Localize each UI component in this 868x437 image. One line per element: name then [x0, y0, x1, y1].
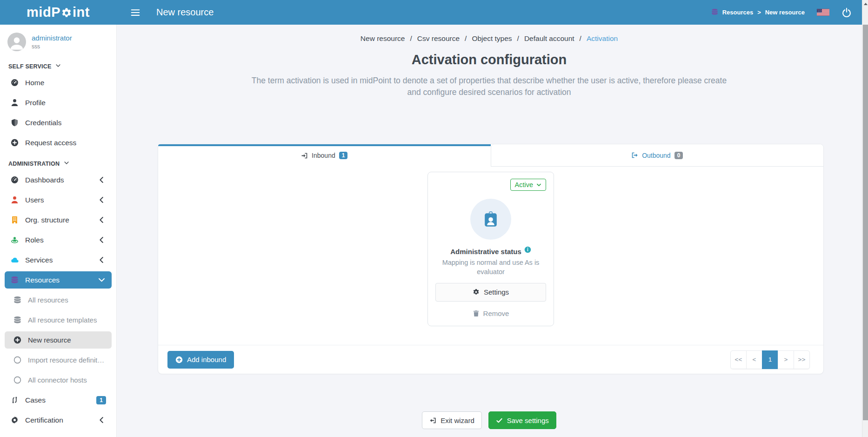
sidebar-item-label: Request access — [25, 139, 76, 147]
pagination-next-button[interactable]: > — [778, 350, 794, 369]
tab-outbound[interactable]: Outbound0 — [491, 144, 824, 167]
sidebar-item-all-connector-hosts[interactable]: All connector hosts — [5, 371, 112, 389]
topbar-breadcrumb: Resources>New resource — [711, 8, 805, 17]
pagination-last-button[interactable]: >> — [794, 350, 810, 369]
exit-wizard-label: Exit wizard — [441, 417, 474, 424]
pagination-previous-button[interactable]: < — [746, 350, 762, 369]
logo-text-post: int — [73, 5, 90, 20]
user-panel[interactable]: administrator sss — [0, 25, 116, 56]
sidebar-item-services[interactable]: Services — [5, 251, 112, 269]
sidebar-item-request-access[interactable]: Request access — [5, 134, 112, 151]
pagination-page-button[interactable]: 1 — [762, 350, 778, 369]
save-settings-button[interactable]: Save settings — [488, 411, 556, 429]
settings-button[interactable]: Settings — [435, 283, 546, 302]
page-scrollbar[interactable] — [862, 0, 868, 437]
sidebar-item-credentials[interactable]: Credentials — [5, 114, 112, 131]
tab-label: Inbound — [312, 152, 335, 159]
wizard-step-activation: Activation — [587, 34, 618, 43]
sidebar-item-label: All resources — [28, 296, 68, 304]
sidebar-item-label: Home — [25, 79, 44, 87]
lifecycle-state-value: Active — [515, 181, 534, 188]
card-title-row: Administrative status — [450, 248, 531, 255]
page-title: Activation configuration — [116, 52, 862, 67]
sidebar-item-label: Credentials — [25, 119, 61, 127]
exit-arrow-icon — [429, 417, 436, 424]
pagination-first-button[interactable]: << — [730, 350, 747, 369]
sidebar-item-label: Resources — [25, 276, 60, 284]
sidebar-item-label: New resource — [28, 336, 71, 344]
sidebar: administrator sss SELF SERVICEHomeProfil… — [0, 25, 116, 437]
chevron-down-icon — [64, 160, 69, 167]
main-content: New resource/Csv resource/Object types/D… — [116, 25, 862, 437]
sidebar-menu: SELF SERVICEHomeProfileCredentialsReques… — [0, 56, 116, 429]
cases-icon — [10, 396, 19, 404]
count-badge: 1 — [96, 396, 106, 404]
certification-icon — [10, 416, 19, 424]
topbar-breadcrumb-resources[interactable]: Resources — [722, 9, 753, 16]
logo-gear-icon — [61, 7, 72, 19]
tab-label: Outbound — [642, 152, 671, 159]
user-name: administrator — [32, 34, 72, 42]
lifecycle-state-select[interactable]: Active — [510, 179, 547, 191]
sidebar-item-org-structure[interactable]: Org. structure — [5, 211, 112, 229]
mapping-card: Active Administrative status — [427, 172, 554, 326]
avatar — [7, 33, 26, 51]
sidebar-item-roles[interactable]: Roles — [5, 231, 112, 249]
tab-count-badge: 0 — [674, 152, 683, 159]
wizard-step-default-account[interactable]: Default account — [524, 34, 574, 43]
user-subtitle: sss — [32, 43, 72, 50]
sidebar-item-dashboards[interactable]: Dashboards — [5, 171, 112, 188]
wizard-step-object-types[interactable]: Object types — [472, 34, 512, 43]
breadcrumb-separator: > — [757, 9, 761, 16]
language-flag-icon[interactable] — [817, 9, 829, 16]
sidebar-section-administration[interactable]: ADMINISTRATION — [5, 154, 112, 171]
sidebar-item-label: Dashboards — [25, 176, 64, 184]
user-icon — [10, 196, 19, 204]
scrollbar-up-arrow-icon[interactable] — [864, 3, 868, 5]
breadcrumb-separator: / — [580, 34, 581, 43]
sidebar-item-label: Cases — [25, 396, 46, 404]
sidebar-item-import-resource-definit[interactable]: Import resource definit… — [5, 351, 112, 369]
sidebar-item-certification[interactable]: Certification — [5, 411, 112, 429]
breadcrumb-separator: / — [410, 34, 412, 43]
sidebar-item-all-resources[interactable]: All resources — [5, 291, 112, 309]
logout-power-icon[interactable] — [841, 7, 852, 18]
chevron-down-icon — [97, 276, 106, 284]
chevron-down-icon — [55, 63, 61, 70]
tab-inbound[interactable]: Inbound1 — [158, 144, 491, 167]
sidebar-item-all-resource-templates[interactable]: All resource templates — [5, 311, 112, 329]
shield-icon — [10, 119, 19, 127]
sidebar-item-label: Roles — [25, 236, 44, 244]
wizard-step-csv-resource[interactable]: Csv resource — [417, 34, 460, 43]
cloud-icon — [10, 256, 19, 264]
settings-button-label: Settings — [484, 288, 509, 296]
menu-toggle-icon[interactable] — [130, 7, 140, 18]
add-inbound-button[interactable]: Add inbound — [167, 351, 234, 369]
logo-text-pre: midP — [27, 5, 60, 20]
remove-button[interactable]: Remove — [473, 309, 509, 317]
exit-wizard-button[interactable]: Exit wizard — [422, 411, 482, 429]
sidebar-item-users[interactable]: Users — [5, 191, 112, 208]
sidebar-item-profile[interactable]: Profile — [5, 94, 112, 111]
wizard-step-new-resource[interactable]: New resource — [361, 34, 405, 43]
topbar-right: Resources>New resource — [711, 7, 852, 18]
sidebar-item-home[interactable]: Home — [5, 74, 112, 91]
sidebar-item-label: Services — [25, 256, 53, 264]
info-icon[interactable] — [524, 246, 531, 253]
chevron-left-icon — [97, 196, 106, 204]
user-icon — [10, 99, 19, 107]
panel-footer: Add inbound <<<1>>> — [158, 345, 823, 374]
save-settings-label: Save settings — [507, 417, 549, 424]
sidebar-item-resources[interactable]: Resources — [5, 271, 112, 289]
gear-icon — [473, 289, 480, 296]
scrollbar-thumb[interactable] — [863, 25, 868, 420]
topbar-breadcrumb-new-resource[interactable]: New resource — [765, 9, 805, 16]
chevron-down-icon — [536, 182, 541, 188]
sidebar-item-cases[interactable]: Cases1 — [5, 391, 112, 409]
sidebar-section-self-service[interactable]: SELF SERVICE — [5, 57, 112, 74]
sidebar-item-label: All connector hosts — [28, 376, 87, 384]
database-icon — [13, 296, 22, 304]
sidebar-item-new-resource[interactable]: New resource — [5, 331, 112, 349]
midpoint-logo[interactable]: midP int — [0, 5, 116, 20]
wizard-actions: Exit wizard Save settings — [116, 411, 862, 429]
